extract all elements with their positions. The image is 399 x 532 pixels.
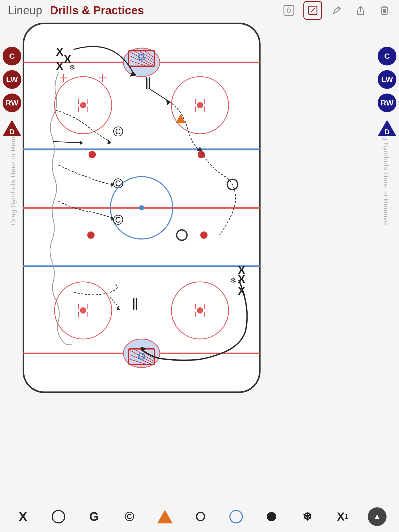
symbol-circle-open[interactable] — [48, 506, 69, 527]
bottom-toolbar: X G © O ❄ X1 — [0, 501, 399, 532]
svg-text:©: © — [113, 124, 123, 139]
symbol-circle-blue[interactable] — [226, 506, 247, 527]
svg-text:X: X — [56, 60, 63, 72]
svg-point-23 — [197, 307, 203, 314]
rink-icon-button[interactable] — [280, 1, 298, 20]
svg-text:©: © — [113, 212, 123, 228]
svg-text:X: X — [56, 45, 63, 58]
nav-lineup[interactable]: Lineup — [8, 4, 42, 17]
right-badge-lw[interactable]: LW — [378, 70, 396, 89]
pencil-icon-button[interactable] — [327, 1, 346, 20]
left-badge-c[interactable]: C — [3, 47, 21, 65]
left-badge-rw[interactable]: RW — [3, 94, 21, 112]
svg-point-21 — [197, 102, 203, 108]
svg-point-75 — [198, 151, 205, 158]
toolbar — [280, 1, 394, 20]
left-badge-d[interactable]: D — [3, 119, 21, 137]
symbol-triangle-orange[interactable] — [155, 506, 175, 527]
svg-point-81 — [200, 231, 208, 239]
symbol-copyright[interactable]: © — [119, 506, 140, 527]
drag-text-right: Drag Symbols Here to Remove — [382, 125, 390, 225]
svg-point-74 — [89, 151, 96, 158]
svg-text:©: © — [113, 176, 123, 191]
rink[interactable]: G G — [22, 22, 261, 394]
left-badge-lw[interactable]: LW — [3, 70, 21, 89]
drag-text-left: Drag Symbols Here to Remove — [9, 125, 17, 225]
header: Lineup Drills & Practices — [0, 0, 399, 21]
right-badge-c[interactable]: C — [378, 47, 396, 65]
trash-icon-button[interactable] — [375, 1, 394, 20]
svg-text:G: G — [138, 351, 145, 362]
svg-point-20 — [80, 102, 86, 108]
symbol-x1[interactable]: X1 — [332, 506, 353, 527]
svg-point-83 — [87, 231, 95, 239]
share-icon-button[interactable] — [351, 1, 370, 20]
svg-text:❄: ❄ — [69, 63, 75, 72]
svg-text:G: G — [138, 52, 145, 63]
symbol-snowflake[interactable]: ❄ — [297, 506, 317, 527]
left-sidebar: C LW RW D — [3, 47, 21, 137]
svg-point-15 — [139, 205, 144, 210]
svg-text:❄: ❄ — [230, 276, 236, 285]
symbol-x[interactable]: X — [12, 506, 33, 527]
symbol-o-open[interactable]: O — [190, 506, 211, 527]
right-badge-d[interactable]: D — [378, 119, 396, 137]
edit-icon-button[interactable] — [303, 1, 322, 20]
right-sidebar: C LW RW D — [378, 47, 396, 137]
svg-text:X: X — [238, 284, 245, 297]
right-badge-rw[interactable]: RW — [378, 94, 396, 112]
svg-point-22 — [80, 307, 86, 314]
nav-drills[interactable]: Drills & Practices — [50, 4, 144, 17]
symbol-up-arrow[interactable] — [368, 507, 387, 526]
svg-text:X: X — [238, 273, 245, 285]
symbol-g[interactable]: G — [84, 506, 104, 527]
symbol-dot[interactable] — [261, 506, 282, 527]
